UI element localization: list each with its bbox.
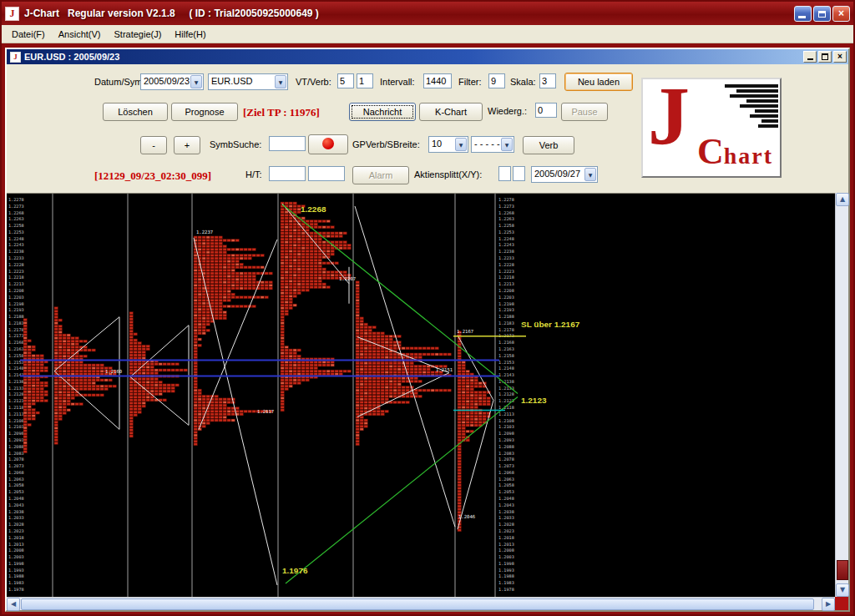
chart-canvas[interactable]: 1.22781.22781.22731.22731.22681.22681.22…	[7, 193, 835, 597]
svg-text:1.2028: 1.2028	[498, 522, 514, 527]
vertical-scroll-thumb[interactable]	[837, 560, 848, 580]
split-y-input[interactable]	[513, 166, 525, 181]
vertical-scrollbar[interactable]: ▲ ▼	[835, 193, 848, 597]
svg-text:1.2228: 1.2228	[498, 262, 514, 267]
svg-text:1.1978: 1.1978	[8, 587, 24, 592]
svg-text:1.2243: 1.2243	[8, 242, 24, 247]
mdi-area: J EUR.USD : 2005/09/23 × Datum/Symb : 20…	[2, 43, 853, 614]
scroll-up-button[interactable]: ▲	[836, 193, 849, 206]
app-window: J J-Chart Regular version V2.1.8 ( ID : …	[0, 0, 855, 616]
tief-input[interactable]	[308, 166, 345, 181]
svg-text:1.2273: 1.2273	[8, 204, 24, 209]
chevron-down-icon[interactable]: ▼	[190, 75, 202, 88]
horizontal-scrollbar[interactable]: ◀ ▶	[7, 597, 835, 610]
svg-text:1.2098: 1.2098	[8, 431, 24, 436]
record-button[interactable]	[308, 134, 348, 154]
svg-text:1.2128: 1.2128	[8, 392, 24, 397]
gpverb-combo[interactable]: 10▼	[428, 136, 468, 153]
menu-ansicht[interactable]: Ansicht(V)	[52, 28, 108, 41]
split-date-combo[interactable]: 2005/09/27▼	[531, 166, 598, 183]
zoom-out-button[interactable]: -	[140, 136, 167, 154]
svg-text:1.2198: 1.2198	[8, 301, 24, 306]
k-chart-button[interactable]: K-Chart	[419, 103, 483, 121]
svg-text:1.2117: 1.2117	[257, 409, 274, 414]
date-combo[interactable]: 2005/09/23▼	[140, 73, 204, 90]
svg-text:1.2098: 1.2098	[498, 431, 514, 436]
svg-text:1.2158: 1.2158	[8, 353, 24, 358]
svg-text:1.2063: 1.2063	[8, 477, 24, 482]
status-text: [12129_09/23_02:30_099]	[94, 169, 211, 183]
symbsuche-input[interactable]	[269, 136, 306, 151]
resize-grip	[835, 597, 848, 610]
nachricht-button[interactable]: Nachricht	[349, 103, 416, 121]
filter-input[interactable]	[488, 73, 505, 88]
svg-text:1.2203: 1.2203	[498, 295, 514, 300]
prognose-button[interactable]: Prognose	[171, 103, 238, 121]
vt-input[interactable]	[337, 73, 354, 88]
split-x-input[interactable]	[498, 166, 511, 181]
svg-text:1.2178: 1.2178	[498, 327, 514, 332]
child-maximize-button[interactable]	[818, 51, 832, 63]
svg-text:1.2013: 1.2013	[498, 542, 514, 547]
restore-button[interactable]	[813, 6, 831, 22]
svg-text:1.2243: 1.2243	[498, 242, 514, 247]
svg-text:1.1993: 1.1993	[498, 568, 514, 573]
child-minimize-button[interactable]	[803, 51, 817, 63]
svg-text:1.2018: 1.2018	[8, 535, 24, 540]
svg-text:1.2073: 1.2073	[8, 463, 24, 468]
symbsuche-label: SymbSuche:	[210, 139, 261, 149]
svg-text:1.2003: 1.2003	[498, 554, 514, 559]
toolbar: Datum/Symb : 2005/09/23▼ EUR.USD▼ VT/Ver…	[7, 64, 848, 193]
svg-text:1.2268: 1.2268	[498, 210, 514, 215]
verb-count-input[interactable]	[357, 73, 373, 88]
menu-hilfe[interactable]: Hilfe(H)	[168, 28, 212, 41]
svg-text:1.2183: 1.2183	[8, 321, 24, 326]
svg-text:1.2023: 1.2023	[498, 528, 514, 533]
svg-text:1.2058: 1.2058	[8, 482, 24, 487]
chevron-down-icon[interactable]: ▼	[501, 138, 513, 151]
svg-text:1.2233: 1.2233	[498, 255, 514, 260]
svg-text:1.2088: 1.2088	[498, 444, 514, 449]
svg-text:1.2268: 1.2268	[301, 204, 326, 214]
minimize-button[interactable]	[794, 6, 812, 22]
scroll-down-button[interactable]: ▼	[836, 583, 849, 597]
skala-input[interactable]	[539, 73, 556, 88]
close-button[interactable]: ×	[832, 6, 850, 22]
chevron-down-icon[interactable]: ▼	[455, 138, 467, 151]
line-style-combo[interactable]: - - - - -▼	[471, 136, 514, 153]
verb-button[interactable]: Verb	[523, 136, 574, 154]
svg-text:1.2203: 1.2203	[8, 295, 24, 300]
child-close-button[interactable]: ×	[833, 51, 847, 63]
chevron-down-icon[interactable]: ▼	[275, 75, 286, 88]
wiederg-input[interactable]	[535, 103, 557, 118]
menu-strategie[interactable]: Strategie(J)	[107, 28, 168, 41]
svg-text:1.2258: 1.2258	[498, 223, 514, 228]
svg-text:1.2113: 1.2113	[498, 412, 514, 417]
neu-laden-button[interactable]: Neu laden	[564, 73, 633, 91]
svg-text:1.2118: 1.2118	[8, 405, 24, 410]
svg-text:1.2108: 1.2108	[8, 418, 24, 423]
svg-text:1.2103: 1.2103	[498, 424, 514, 429]
scroll-left-button[interactable]: ◀	[7, 598, 20, 611]
chevron-down-icon[interactable]: ▼	[584, 168, 596, 181]
intervall-input[interactable]	[423, 73, 452, 88]
menu-datei[interactable]: Datei(F)	[5, 28, 52, 41]
svg-text:1.2143: 1.2143	[498, 372, 514, 377]
app-icon: J	[5, 7, 19, 21]
svg-text:1.2058: 1.2058	[498, 482, 514, 487]
svg-text:1.2237: 1.2237	[196, 230, 213, 235]
symbol-combo[interactable]: EUR.USD▼	[208, 73, 288, 90]
svg-text:1.2038: 1.2038	[498, 509, 514, 514]
svg-text:1.2088: 1.2088	[8, 444, 24, 449]
horizontal-scroll-thumb[interactable]	[21, 598, 814, 610]
chart-window-title: EUR.USD : 2005/09/23	[24, 52, 802, 62]
svg-text:1.2153: 1.2153	[498, 360, 514, 365]
svg-text:1.2273: 1.2273	[498, 204, 514, 209]
filter-label: Filter:	[458, 77, 482, 87]
hoch-input[interactable]	[269, 166, 306, 181]
svg-text:1.2248: 1.2248	[8, 236, 24, 241]
scroll-right-button[interactable]: ▶	[822, 598, 835, 611]
zoom-in-button[interactable]: +	[174, 136, 200, 154]
loeschen-button[interactable]: Löschen	[103, 103, 168, 121]
minimize-icon	[807, 58, 813, 60]
